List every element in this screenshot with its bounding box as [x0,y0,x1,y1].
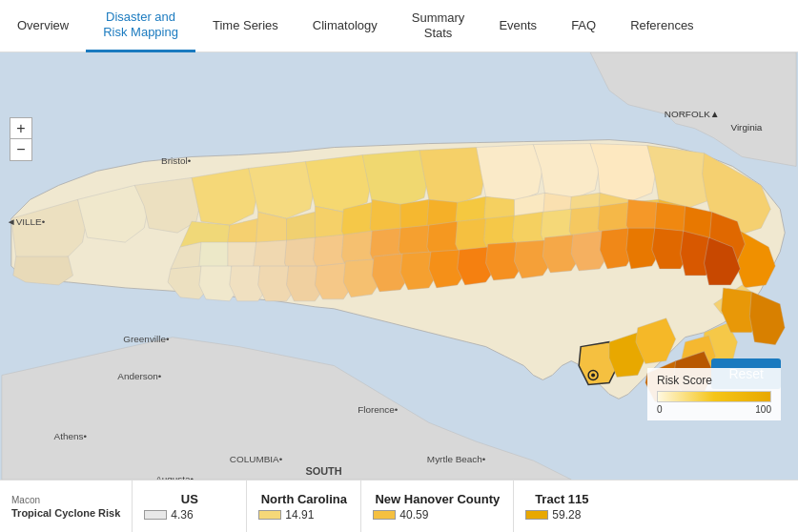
svg-text:Florence•: Florence• [358,404,399,415]
risk-label-section: Macon Tropical Cyclone Risk [0,481,133,532]
tract-value: 59.28 [552,508,581,522]
us-stat-section: US 4.36 [133,481,247,532]
nav-overview[interactable]: Overview [0,0,86,52]
nav-disaster-risk-mapping[interactable]: Disaster and Risk Mapping [86,0,195,52]
county-stat-section: New Hanover County 40.59 [361,481,514,532]
navigation-header: Overview Disaster and Risk Mapping Time … [0,0,798,52]
risk-min-label: 0 [657,404,663,415]
nav-summary-stats[interactable]: Summary Stats [395,0,482,52]
nc-header: North Carolina [258,492,349,506]
county-value: 40.59 [399,508,428,522]
svg-text:Greenville•: Greenville• [123,334,170,344]
svg-text:Bristol•: Bristol• [161,155,192,166]
us-value: 4.36 [171,508,193,522]
nav-time-series[interactable]: Time Series [195,0,296,52]
zoom-in-button[interactable]: + [10,118,31,139]
risk-type-label: Tropical Cyclone Risk [11,507,120,519]
risk-legend-title: Risk Score [657,374,771,387]
county-stat-row: 40.59 [373,508,501,522]
nc-value: 14.91 [285,508,314,522]
nav-faq[interactable]: FAQ [554,0,613,52]
stats-bar: Macon Tropical Cyclone Risk US 4.36 Nort… [0,480,798,532]
nav-events[interactable]: Events [481,0,554,52]
svg-text:Anderson•: Anderson• [117,371,162,381]
svg-text:SOUTH: SOUTH [305,465,341,477]
us-header: US [144,492,235,506]
tract-stat-section: Tract 115 59.28 [514,481,609,532]
risk-max-label: 100 [755,404,771,415]
zoom-out-button[interactable]: − [10,139,31,160]
county-header: New Hanover County [373,492,501,506]
map-container[interactable]: NORFOLK▲ Virginia Bristol• ◄VILLE• Green… [0,52,798,480]
svg-text:Athens•: Athens• [54,431,88,441]
nc-stat-row: 14.91 [258,508,349,522]
zoom-controls: + − [10,117,32,161]
nav-references[interactable]: References [613,0,710,52]
svg-text:NORFOLK▲: NORFOLK▲ [665,109,720,119]
risk-legend-labels: 0 100 [657,404,771,415]
risk-legend: Risk Score 0 100 [647,368,781,420]
svg-point-15 [591,373,595,377]
svg-text:Myrtle Beach•: Myrtle Beach• [427,454,486,464]
tract-stat-row: 59.28 [525,508,598,522]
us-stat-row: 4.36 [144,508,235,522]
svg-text:COLUMBIA•: COLUMBIA• [230,454,283,464]
svg-text:◄VILLE•: ◄VILLE• [7,216,46,227]
tract-color-box [525,510,548,520]
nav-climatology[interactable]: Climatology [296,0,395,52]
macon-label: Macon [11,495,120,505]
us-color-box [144,510,167,520]
nc-color-box [258,510,281,520]
risk-legend-bar [657,391,771,402]
nc-stat-section: North Carolina 14.91 [247,481,361,532]
tract-header: Tract 115 [525,492,598,506]
county-color-box [373,510,396,520]
svg-text:Virginia: Virginia [730,122,762,133]
